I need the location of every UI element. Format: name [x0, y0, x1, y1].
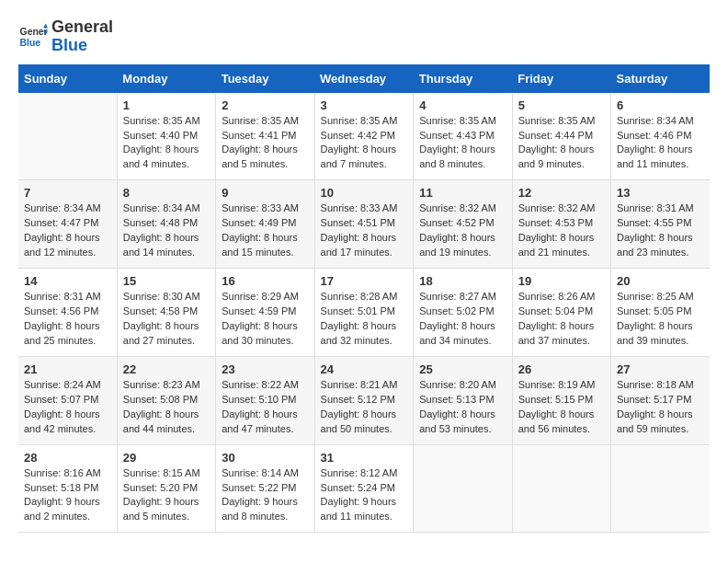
day-number: 29 [123, 451, 210, 465]
svg-text:Blue: Blue [20, 37, 41, 47]
week-row-3: 14Sunrise: 8:31 AMSunset: 4:56 PMDayligh… [18, 269, 710, 357]
day-info: Sunrise: 8:35 AMSunset: 4:44 PMDaylight:… [518, 114, 605, 173]
header-saturday: Saturday [611, 64, 710, 93]
svg-marker-2 [43, 23, 48, 28]
calendar-cell: 2Sunrise: 8:35 AMSunset: 4:41 PMDaylight… [216, 93, 314, 180]
day-number: 26 [518, 362, 605, 376]
calendar-cell: 30Sunrise: 8:14 AMSunset: 5:22 PMDayligh… [216, 444, 314, 533]
calendar-cell: 18Sunrise: 8:27 AMSunset: 5:02 PMDayligh… [414, 269, 512, 357]
calendar-cell: 11Sunrise: 8:32 AMSunset: 4:52 PMDayligh… [414, 180, 512, 269]
week-row-4: 21Sunrise: 8:24 AMSunset: 5:07 PMDayligh… [18, 356, 710, 444]
day-info: Sunrise: 8:12 AMSunset: 5:24 PMDaylight:… [321, 466, 408, 525]
calendar-cell: 26Sunrise: 8:19 AMSunset: 5:15 PMDayligh… [512, 356, 610, 444]
week-row-2: 7Sunrise: 8:34 AMSunset: 4:47 PMDaylight… [18, 180, 710, 269]
day-number: 19 [518, 274, 605, 288]
calendar-cell: 13Sunrise: 8:31 AMSunset: 4:55 PMDayligh… [611, 180, 710, 269]
logo-blue: Blue [51, 37, 113, 55]
svg-text:General: General [20, 27, 48, 37]
calendar-cell: 1Sunrise: 8:35 AMSunset: 4:40 PMDaylight… [117, 93, 215, 180]
day-info: Sunrise: 8:33 AMSunset: 4:49 PMDaylight:… [222, 201, 308, 260]
day-info: Sunrise: 8:20 AMSunset: 5:13 PMDaylight:… [419, 378, 506, 437]
day-number: 6 [617, 98, 704, 112]
day-info: Sunrise: 8:31 AMSunset: 4:56 PMDaylight:… [24, 290, 111, 349]
day-info: Sunrise: 8:30 AMSunset: 4:58 PMDaylight:… [123, 290, 210, 349]
day-info: Sunrise: 8:29 AMSunset: 4:59 PMDaylight:… [222, 290, 308, 349]
day-info: Sunrise: 8:32 AMSunset: 4:52 PMDaylight:… [419, 201, 506, 260]
day-number: 18 [419, 274, 506, 288]
logo: General Blue General Blue [18, 18, 113, 55]
calendar-cell: 25Sunrise: 8:20 AMSunset: 5:13 PMDayligh… [414, 356, 512, 444]
calendar-header-row: SundayMondayTuesdayWednesdayThursdayFrid… [18, 64, 710, 93]
day-number: 13 [617, 186, 704, 200]
day-number: 16 [222, 274, 308, 288]
day-info: Sunrise: 8:14 AMSunset: 5:22 PMDaylight:… [222, 466, 308, 525]
calendar-cell [414, 444, 512, 533]
day-info: Sunrise: 8:26 AMSunset: 5:04 PMDaylight:… [518, 290, 605, 349]
day-number: 15 [123, 274, 210, 288]
day-number: 9 [222, 186, 308, 200]
day-number: 7 [24, 186, 111, 200]
calendar-cell: 4Sunrise: 8:35 AMSunset: 4:43 PMDaylight… [414, 93, 512, 180]
calendar-cell: 23Sunrise: 8:22 AMSunset: 5:10 PMDayligh… [216, 356, 314, 444]
day-number: 22 [123, 362, 210, 376]
calendar-table: SundayMondayTuesdayWednesdayThursdayFrid… [18, 64, 710, 534]
day-info: Sunrise: 8:35 AMSunset: 4:41 PMDaylight:… [222, 114, 308, 173]
day-info: Sunrise: 8:35 AMSunset: 4:40 PMDaylight:… [123, 114, 210, 173]
day-info: Sunrise: 8:16 AMSunset: 5:18 PMDaylight:… [24, 466, 111, 525]
day-info: Sunrise: 8:28 AMSunset: 5:01 PMDaylight:… [321, 290, 408, 349]
day-number: 2 [222, 98, 308, 112]
header-thursday: Thursday [414, 64, 512, 93]
calendar-cell: 17Sunrise: 8:28 AMSunset: 5:01 PMDayligh… [314, 269, 414, 357]
day-info: Sunrise: 8:35 AMSunset: 4:42 PMDaylight:… [321, 114, 408, 173]
calendar-cell: 9Sunrise: 8:33 AMSunset: 4:49 PMDaylight… [216, 180, 314, 269]
header-friday: Friday [512, 64, 610, 93]
day-number: 17 [321, 274, 408, 288]
day-number: 25 [419, 362, 506, 376]
day-info: Sunrise: 8:34 AMSunset: 4:46 PMDaylight:… [617, 114, 704, 173]
calendar-cell: 22Sunrise: 8:23 AMSunset: 5:08 PMDayligh… [117, 356, 215, 444]
calendar-cell: 5Sunrise: 8:35 AMSunset: 4:44 PMDaylight… [512, 93, 610, 180]
week-row-5: 28Sunrise: 8:16 AMSunset: 5:18 PMDayligh… [18, 444, 710, 533]
calendar-cell: 8Sunrise: 8:34 AMSunset: 4:48 PMDaylight… [117, 180, 215, 269]
calendar-cell: 10Sunrise: 8:33 AMSunset: 4:51 PMDayligh… [314, 180, 414, 269]
week-row-1: 1Sunrise: 8:35 AMSunset: 4:40 PMDaylight… [18, 93, 710, 180]
calendar-cell [512, 444, 610, 533]
logo-icon: General Blue [18, 22, 48, 52]
day-info: Sunrise: 8:15 AMSunset: 5:20 PMDaylight:… [123, 466, 210, 525]
day-number: 21 [24, 362, 111, 376]
day-number: 12 [518, 186, 605, 200]
calendar-cell: 27Sunrise: 8:18 AMSunset: 5:17 PMDayligh… [611, 356, 710, 444]
calendar-cell: 29Sunrise: 8:15 AMSunset: 5:20 PMDayligh… [117, 444, 215, 533]
calendar-cell [18, 93, 117, 180]
day-number: 20 [617, 274, 704, 288]
calendar-cell: 24Sunrise: 8:21 AMSunset: 5:12 PMDayligh… [314, 356, 414, 444]
day-info: Sunrise: 8:31 AMSunset: 4:55 PMDaylight:… [617, 201, 704, 260]
calendar-cell: 19Sunrise: 8:26 AMSunset: 5:04 PMDayligh… [512, 269, 610, 357]
day-number: 8 [123, 186, 210, 200]
calendar-cell: 31Sunrise: 8:12 AMSunset: 5:24 PMDayligh… [314, 444, 414, 533]
header-wednesday: Wednesday [314, 64, 414, 93]
calendar-cell: 28Sunrise: 8:16 AMSunset: 5:18 PMDayligh… [18, 444, 117, 533]
calendar-cell: 3Sunrise: 8:35 AMSunset: 4:42 PMDaylight… [314, 93, 414, 180]
header-sunday: Sunday [18, 64, 117, 93]
day-info: Sunrise: 8:19 AMSunset: 5:15 PMDaylight:… [518, 378, 605, 437]
day-number: 5 [518, 98, 605, 112]
header-tuesday: Tuesday [216, 64, 314, 93]
calendar-cell: 12Sunrise: 8:32 AMSunset: 4:53 PMDayligh… [512, 180, 610, 269]
calendar-cell [611, 444, 710, 533]
day-info: Sunrise: 8:34 AMSunset: 4:48 PMDaylight:… [123, 201, 210, 260]
day-info: Sunrise: 8:32 AMSunset: 4:53 PMDaylight:… [518, 201, 605, 260]
day-number: 27 [617, 362, 704, 376]
day-number: 1 [123, 98, 210, 112]
calendar-cell: 7Sunrise: 8:34 AMSunset: 4:47 PMDaylight… [18, 180, 117, 269]
day-info: Sunrise: 8:24 AMSunset: 5:07 PMDaylight:… [24, 378, 111, 437]
day-number: 4 [419, 98, 506, 112]
calendar-cell: 16Sunrise: 8:29 AMSunset: 4:59 PMDayligh… [216, 269, 314, 357]
day-number: 10 [321, 186, 408, 200]
day-number: 11 [419, 186, 506, 200]
logo-general: General [51, 18, 113, 37]
day-info: Sunrise: 8:34 AMSunset: 4:47 PMDaylight:… [24, 201, 111, 260]
day-number: 23 [222, 362, 308, 376]
day-info: Sunrise: 8:23 AMSunset: 5:08 PMDaylight:… [123, 378, 210, 437]
calendar-cell: 15Sunrise: 8:30 AMSunset: 4:58 PMDayligh… [117, 269, 215, 357]
